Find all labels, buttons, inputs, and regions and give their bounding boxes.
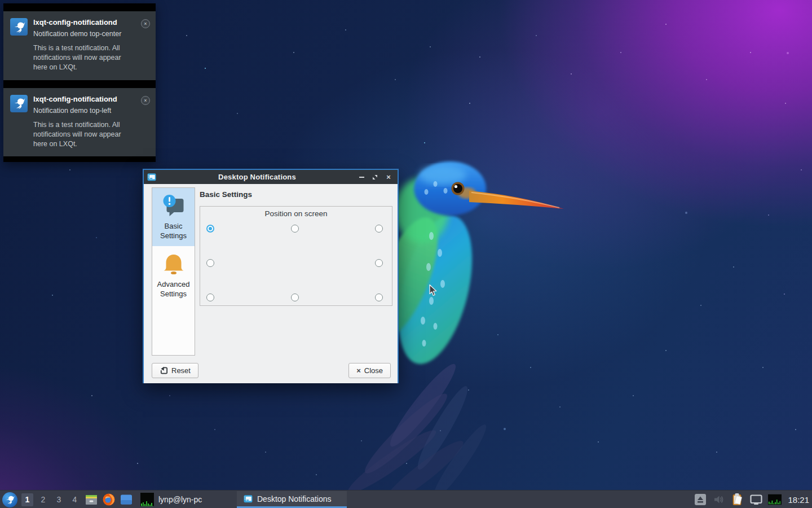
notification-card[interactable]: lxqt-config-notificationd Notification d… [3,88,156,157]
notification-summary: Notification demo top-center [33,29,123,39]
notification-bubble-icon [160,192,187,220]
notification-bottom-strip [3,156,156,162]
network-monitor-tray-icon[interactable] [768,493,782,506]
notification-text: lxqt-config-notificationd Notification d… [33,95,135,149]
notification-text: lxqt-config-notificationd Notification d… [33,18,135,72]
notification-app-name: lxqt-config-notificationd [33,18,135,28]
sidebar-item-label: Advanced Settings [153,280,193,299]
radio-position-top-left[interactable] [206,225,214,233]
bell-icon [160,251,187,278]
reset-button-label: Reset [171,366,191,375]
minimize-icon [359,177,364,178]
notification-card[interactable]: lxqt-config-notificationd Notification d… [3,11,156,80]
taskbar-left: 1 2 3 4 lynp@lyn-pc [2,491,205,508]
lxqt-menu-button[interactable] [2,492,17,507]
display-tray-icon[interactable] [749,493,763,506]
groupbox-title: Position on screen [200,209,392,218]
notification-body: This is a test notification. All notific… [33,120,135,148]
settings-sidebar: Basic Settings Advanced Settings [152,187,195,356]
notification-divider-strip [3,80,156,88]
firefox-launcher[interactable] [102,493,116,506]
window-icon [147,173,156,182]
blue-window-icon [120,493,133,506]
terminal-thumbnail-icon [140,493,154,506]
lxqt-bird-icon [5,494,15,505]
taskbar: 1 2 3 4 lynp@lyn-pc Desktop Notification… [0,490,812,508]
radio-position-bottom-left[interactable] [206,294,214,301]
restore-icon [372,174,378,180]
page-heading: Basic Settings [200,190,252,199]
desktop-notifications-window: Desktop Notifications × Basic Settings A… [143,169,399,383]
clock[interactable]: 18:21 [788,495,809,505]
clipboard-icon [731,493,744,506]
notification-top-strip [3,3,156,11]
sidebar-item-label: Basic Settings [153,222,193,240]
taskbar-tray: 18:21 [694,491,809,508]
network-graph-icon [768,494,782,505]
speaker-icon [713,493,725,506]
volume-tray-icon[interactable] [712,493,726,506]
task-label: Desktop Notifications [257,494,332,503]
notification-summary: Notification demo top-left [33,106,123,116]
clipboard-tray-icon[interactable] [731,493,744,506]
starfield-bright [0,0,2,2]
reset-button[interactable]: Reset [152,363,198,378]
window-title: Desktop Notifications [160,173,355,181]
position-groupbox: Position on screen [200,206,392,306]
task-label: lynp@lyn-pc [158,495,202,504]
workspace-switcher-3[interactable]: 3 [53,493,65,506]
sidebar-item-advanced-settings[interactable]: Advanced Settings [152,246,195,304]
window-controls: × [358,174,394,181]
lubuntu-bird-icon [10,95,28,112]
file-manager-launcher[interactable] [85,493,98,506]
notification-close-icon[interactable]: × [141,96,150,105]
firefox-icon [102,493,116,506]
radio-position-top-right[interactable] [375,225,383,233]
reset-icon [160,366,168,375]
workspace-switcher-2[interactable]: 2 [37,493,49,506]
radio-position-middle-right[interactable] [375,259,383,267]
close-button[interactable]: × Close [348,363,391,378]
window-content: Basic Settings Advanced Settings Basic S… [144,184,398,383]
notification-stack: lxqt-config-notificationd Notification d… [3,3,156,162]
workspace-switcher-1[interactable]: 1 [21,493,33,506]
notification-close-icon[interactable]: × [141,19,150,28]
radio-position-top-center[interactable] [291,225,299,233]
blue-window-launcher[interactable] [120,493,133,506]
notification-app-name: lxqt-config-notificationd [33,95,135,104]
window-icon [244,494,253,503]
lubuntu-bird-icon [10,18,28,36]
radio-position-middle-left[interactable] [206,259,214,267]
taskbar-task-terminal[interactable]: lynp@lyn-pc [137,492,205,507]
desktop: lxqt-config-notificationd Notification d… [0,0,812,508]
close-button-label: Close [364,366,383,375]
taskbar-task-desktop-notifications[interactable]: Desktop Notifications [237,491,347,508]
eject-icon [694,493,707,506]
removable-media-tray-icon[interactable] [694,493,707,506]
window-titlebar[interactable]: Desktop Notifications × [144,170,398,184]
radio-position-bottom-center[interactable] [291,294,299,301]
minimize-button[interactable] [358,174,365,181]
window-close-button[interactable]: × [385,174,392,181]
workspace-switcher-4[interactable]: 4 [69,493,81,506]
radio-position-bottom-right[interactable] [375,294,383,301]
sidebar-item-basic-settings[interactable]: Basic Settings [152,188,195,246]
restore-button[interactable] [372,174,378,181]
notification-body: This is a test notification. All notific… [33,43,135,72]
close-x-icon: × [356,366,361,375]
display-icon [749,493,763,506]
file-manager-icon [85,493,98,506]
